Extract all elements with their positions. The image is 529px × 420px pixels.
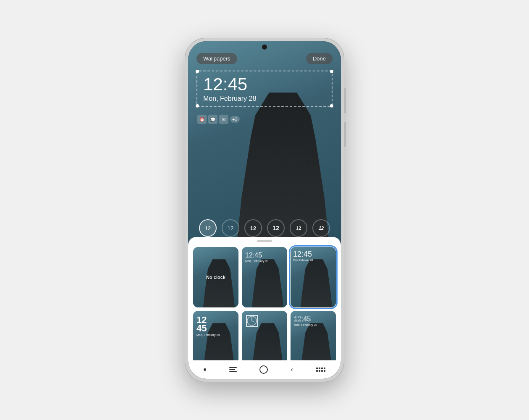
thumb-split-date: Mon, February 28 xyxy=(196,333,220,336)
thumb-split-min: 45 xyxy=(196,324,220,333)
clock-style-serif[interactable]: 12 xyxy=(290,219,307,237)
notif-icon-message: 💬 xyxy=(208,115,217,124)
thumb-analog-clock-face xyxy=(246,315,258,327)
thumb-split-clock-label: 12 45 Mon, February 28 xyxy=(196,316,220,336)
thumb-small-clock[interactable]: 12:45 Mon, February 28 xyxy=(242,247,287,307)
nav-keyboard-icon[interactable] xyxy=(316,368,325,372)
clock-style-thin[interactable]: 12 xyxy=(222,219,239,237)
clock-date: Mon, February 28 xyxy=(203,95,326,102)
notif-icon-email: ✉ xyxy=(219,115,228,124)
thumb-large-clock-label: 12:45 Mon, February 28 xyxy=(293,250,313,261)
clock-style-styled-label: 12 xyxy=(319,226,324,231)
phone-frame: Wallpapers Done 12:45 Mon, February 28 ⏰… xyxy=(185,38,344,382)
nav-bar: ‹ xyxy=(188,360,341,379)
thumb-small-date: Mon, February 28 xyxy=(245,260,268,262)
clock-style-heavy[interactable]: 12 xyxy=(267,219,285,237)
thumb-outline-date: Mon, February 28 xyxy=(294,323,317,326)
camera-notch xyxy=(262,45,267,50)
thumb-small-clock-label: 12:45 Mon, February 28 xyxy=(245,252,268,262)
wallpapers-button[interactable]: Wallpapers xyxy=(196,53,237,64)
nav-recent-icon[interactable] xyxy=(229,367,237,372)
clock-widget[interactable]: 12:45 Mon, February 28 xyxy=(196,71,333,107)
phone-screen: Wallpapers Done 12:45 Mon, February 28 ⏰… xyxy=(188,41,341,379)
top-bar: Wallpapers Done xyxy=(188,53,341,64)
thumb-large-clock[interactable]: 12:45 Mon, February 28 xyxy=(291,247,336,307)
svg-line-2 xyxy=(252,321,254,322)
clock-style-bold-label: 12 xyxy=(250,225,256,231)
clock-style-thin-label: 12 xyxy=(228,225,233,231)
clock-style-selector: 12 12 12 12 12 12 xyxy=(188,219,341,237)
notif-more: +3 xyxy=(230,116,240,123)
thumb-outline-clock-label: 12:45 Mon, February 28 xyxy=(294,316,317,326)
clock-style-outlined[interactable]: 12 xyxy=(199,219,217,237)
nav-back-icon[interactable]: ‹ xyxy=(291,366,293,373)
clock-style-heavy-label: 12 xyxy=(272,225,279,231)
clock-style-serif-label: 12 xyxy=(296,225,301,231)
wallpaper-grid: No clock 12:45 Mon, February 28 xyxy=(188,247,341,376)
nav-home-icon[interactable] xyxy=(259,365,268,374)
clock-style-outlined-label: 12 xyxy=(205,225,211,231)
thumb-split-time: 12 45 xyxy=(196,316,220,333)
thumb-large-date: Mon, February 28 xyxy=(293,259,313,261)
nav-dot xyxy=(204,368,206,371)
thumb-no-clock-label: No clock xyxy=(206,275,225,280)
done-button[interactable]: Done xyxy=(306,53,333,64)
notification-icons: ⏰ 💬 ✉ +3 xyxy=(197,115,240,124)
corner-dot-br xyxy=(330,104,333,108)
thumb-no-clock[interactable]: No clock xyxy=(193,247,238,307)
corner-dot-bl xyxy=(196,104,199,108)
lockscreen: Wallpapers Done 12:45 Mon, February 28 ⏰… xyxy=(188,41,341,244)
clock-time: 12:45 xyxy=(203,76,326,93)
sheet-handle xyxy=(257,240,272,242)
thumb-large-time: 12:45 xyxy=(293,250,313,258)
notif-icon-alarm: ⏰ xyxy=(197,115,207,124)
clock-style-styled[interactable]: 12 xyxy=(312,219,330,237)
thumb-small-time: 12:45 xyxy=(245,252,268,259)
thumb-outline-time: 12:45 xyxy=(294,316,317,323)
screen-content: Wallpapers Done 12:45 Mon, February 28 ⏰… xyxy=(188,41,341,379)
bottom-sheet: No clock 12:45 Mon, February 28 xyxy=(188,237,341,379)
clock-style-bold[interactable]: 12 xyxy=(244,219,262,237)
